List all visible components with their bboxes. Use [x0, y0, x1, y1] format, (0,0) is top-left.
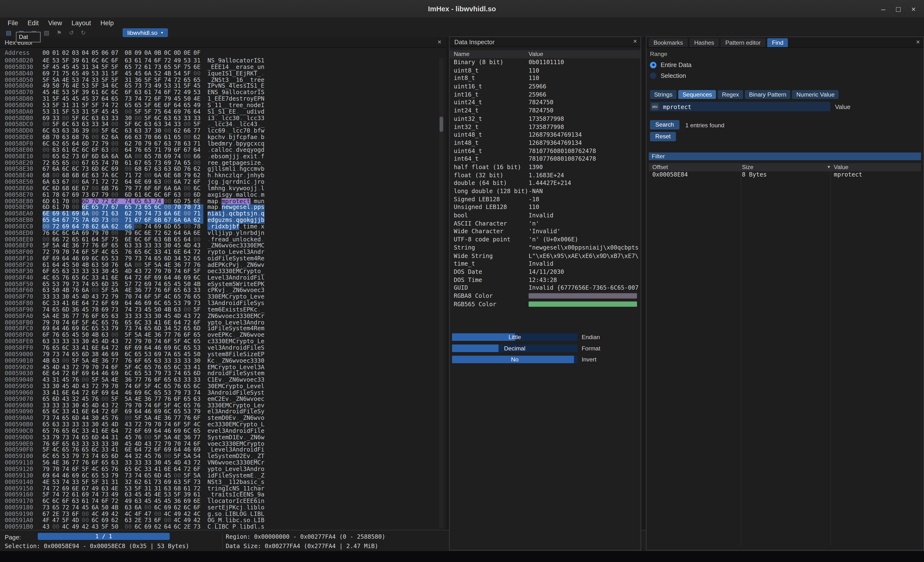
hex-byte[interactable]: 00	[72, 205, 82, 211]
ascii-char[interactable]: S	[211, 58, 214, 64]
hex-byte[interactable]: 6F	[164, 287, 174, 294]
ascii-char[interactable]: m	[207, 205, 211, 211]
hex-byte[interactable]: 5F	[144, 109, 154, 115]
ascii-char[interactable]: E	[229, 415, 232, 422]
ascii-char[interactable]: _	[218, 358, 222, 364]
hex-byte[interactable]: 4C	[174, 517, 184, 524]
hex-byte[interactable]: 00	[42, 236, 52, 243]
ascii-char[interactable]: s	[232, 307, 236, 313]
hex-byte[interactable]: 69	[82, 230, 92, 236]
hex-byte[interactable]: 6B	[164, 236, 174, 243]
ascii-char[interactable]: o	[239, 358, 243, 364]
ascii-char[interactable]: e	[222, 447, 225, 454]
ascii-char[interactable]: N	[211, 460, 214, 466]
hex-byte[interactable]: 00	[42, 121, 52, 128]
ascii-char[interactable]: N	[207, 58, 211, 64]
ascii-char[interactable]: E	[250, 498, 254, 505]
hex-byte[interactable]: 67	[184, 147, 194, 154]
ascii-char[interactable]: m	[225, 166, 229, 173]
ascii-char[interactable]: K	[250, 307, 254, 313]
hex-byte[interactable]: 53	[144, 371, 154, 377]
ascii-char[interactable]: r	[261, 460, 264, 466]
hex-byte[interactable]: 6C	[92, 447, 102, 454]
ascii-char[interactable]: v	[207, 230, 211, 236]
ascii-char[interactable]: P	[261, 351, 264, 358]
ascii-char[interactable]: b	[232, 517, 236, 524]
ascii-char[interactable]: .	[222, 511, 225, 517]
ascii-char[interactable]: m	[261, 371, 264, 377]
ascii-char[interactable]: 3	[218, 269, 222, 275]
hex-byte[interactable]: 74	[92, 492, 102, 498]
hex-byte[interactable]: 73	[164, 371, 174, 377]
hex-byte[interactable]: 77	[194, 435, 203, 441]
ascii-char[interactable]: 3	[247, 249, 250, 256]
ascii-char[interactable]: n	[214, 390, 218, 396]
ascii-char[interactable]: 6	[229, 358, 232, 364]
hex-byte[interactable]: 72	[111, 179, 121, 185]
ascii-char[interactable]: j	[229, 154, 232, 160]
ascii-char[interactable]: A	[250, 249, 254, 256]
ascii-char[interactable]: e	[211, 307, 214, 313]
ascii-char[interactable]: .	[250, 453, 254, 460]
ascii-char[interactable]: l	[207, 128, 211, 135]
hex-byte[interactable]: 33	[184, 358, 194, 364]
hex-byte[interactable]: 65	[174, 134, 184, 141]
hex-byte[interactable]: 5F	[154, 294, 164, 300]
ascii-char[interactable]: n	[218, 300, 222, 307]
ascii-char[interactable]: v	[247, 364, 250, 371]
hex-byte[interactable]: 63	[121, 505, 135, 511]
hex-byte[interactable]: 4C	[42, 275, 52, 281]
hex-byte[interactable]: 6F	[72, 511, 82, 517]
ascii-char[interactable]: c	[239, 128, 243, 135]
ascii-char[interactable]: v	[218, 377, 222, 383]
ascii-char[interactable]: v	[250, 396, 254, 402]
ascii-char[interactable]: i	[207, 473, 211, 479]
hex-byte[interactable]: 64	[82, 300, 92, 307]
ascii-char[interactable]: E	[214, 383, 218, 390]
hex-byte[interactable]: 79	[154, 371, 164, 377]
ascii-char[interactable]: 4	[254, 256, 258, 262]
hex-byte[interactable]: 64	[154, 428, 164, 435]
hex-byte[interactable]: 73	[121, 473, 135, 479]
hex-byte[interactable]: 74	[52, 492, 62, 498]
hex-byte[interactable]: 39	[72, 58, 82, 64]
hex-byte[interactable]: 65	[184, 77, 194, 83]
ascii-char[interactable]: E	[250, 313, 254, 320]
hex-byte[interactable]: 6F	[194, 505, 203, 511]
ascii-char[interactable]: v	[243, 377, 247, 383]
hex-byte[interactable]: 4B	[42, 358, 52, 364]
ascii-char[interactable]: d	[261, 109, 264, 115]
hex-byte[interactable]: 73	[154, 160, 164, 166]
hex-byte[interactable]: 36	[134, 287, 144, 294]
ascii-char[interactable]: y	[250, 147, 254, 154]
ascii-char[interactable]: o	[207, 332, 211, 339]
ascii-char[interactable]: u	[232, 236, 236, 243]
ascii-char[interactable]: n	[222, 205, 225, 211]
ascii-char[interactable]: l	[236, 351, 240, 358]
tab-strings[interactable]: Strings	[650, 90, 676, 99]
hex-byte[interactable]: 65	[42, 428, 52, 435]
hex-byte[interactable]: 44	[82, 415, 92, 422]
hex-byte[interactable]: 70	[144, 339, 154, 345]
ascii-char[interactable]: S	[243, 351, 247, 358]
hex-byte[interactable]: 31	[174, 83, 184, 90]
ascii-char[interactable]: f	[211, 236, 214, 243]
ascii-char[interactable]: E	[232, 269, 236, 275]
ascii-char[interactable]: Z	[207, 313, 211, 320]
hex-byte[interactable]: 64	[174, 102, 184, 109]
ascii-char[interactable]: l	[222, 147, 225, 154]
ascii-char[interactable]: _	[214, 109, 218, 115]
ascii-char[interactable]: r	[225, 300, 229, 307]
hex-byte[interactable]: 39	[184, 492, 194, 498]
ascii-char[interactable]: _	[214, 58, 218, 64]
ascii-char[interactable]: l	[232, 128, 236, 135]
ascii-char[interactable]: e	[236, 320, 240, 326]
hex-byte[interactable]: 6F	[174, 396, 184, 402]
ascii-char[interactable]: v	[239, 147, 243, 154]
ascii-char[interactable]: c	[229, 332, 232, 339]
ascii-char[interactable]: t	[261, 390, 264, 396]
hex-byte[interactable]: 64	[121, 275, 135, 281]
ascii-char[interactable]: e	[254, 236, 258, 243]
ascii-char[interactable]: g	[214, 192, 218, 198]
hex-byte[interactable]: 73	[121, 326, 135, 332]
